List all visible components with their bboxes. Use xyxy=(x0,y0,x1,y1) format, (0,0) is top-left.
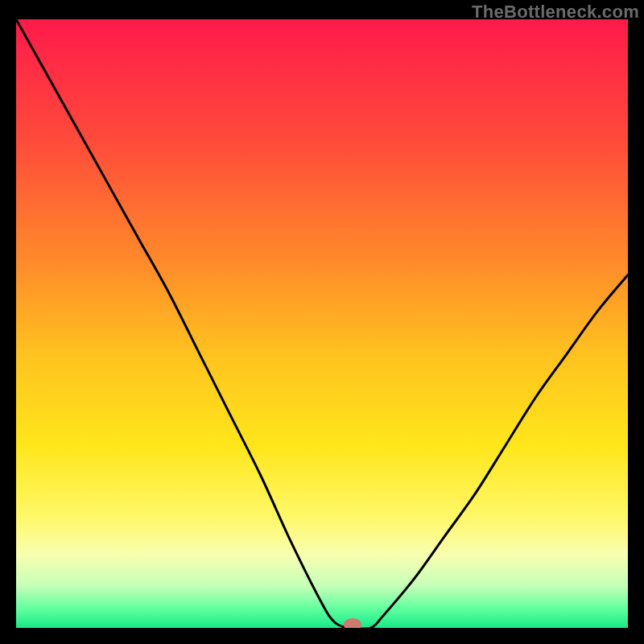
chart-frame: TheBottleneck.com xyxy=(0,0,644,644)
bottleneck-chart xyxy=(16,19,628,628)
gradient-background xyxy=(16,19,628,628)
plot-area xyxy=(16,19,628,628)
